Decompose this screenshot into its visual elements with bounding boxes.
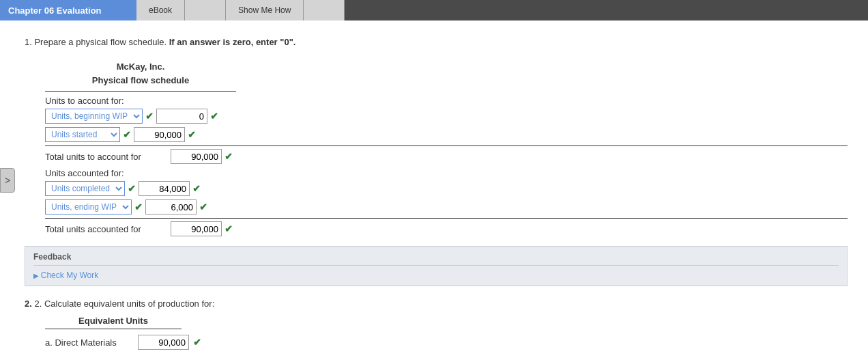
- dropdown-units-completed[interactable]: Units completed: [45, 181, 125, 196]
- dropdown-ending-wip[interactable]: Units, ending WIP: [45, 199, 132, 214]
- dropdown-units-started[interactable]: Units started: [45, 127, 120, 142]
- row-total-accounted: Total units accounted for ✔: [45, 218, 848, 236]
- tab-show-me-how[interactable]: Show Me How: [226, 0, 304, 20]
- section2: 2. 2. Calculate equivalent units of prod…: [25, 299, 848, 350]
- feedback-box: Feedback Check My Work: [25, 246, 848, 286]
- check-total-accounted: ✔: [225, 223, 233, 234]
- equiv-title: Equivalent Units: [45, 316, 182, 329]
- section-units-to-account: Units to account for:: [45, 96, 848, 106]
- input-direct-materials[interactable]: [138, 335, 189, 350]
- dropdown-beginning-wip[interactable]: Units, beginning WIP: [45, 109, 143, 124]
- input-units-completed[interactable]: [139, 181, 190, 196]
- row-direct-materials: a. Direct Materials ✔: [45, 335, 848, 350]
- top-bar: Chapter 06 Evaluation eBook Show Me How: [0, 0, 868, 20]
- check-my-work-link[interactable]: Check My Work: [33, 271, 98, 280]
- tab-empty-2[interactable]: [304, 0, 345, 20]
- check-value-units-started: ✔: [188, 129, 196, 140]
- row-total-to-account: Total units to account for ✔: [45, 146, 848, 164]
- input-total-accounted[interactable]: [171, 221, 222, 236]
- input-total-to-account[interactable]: [171, 149, 222, 164]
- row-units-completed: Units completed ✔ ✔: [45, 181, 848, 196]
- check-value-beginning-wip: ✔: [210, 111, 218, 122]
- schedule-title: McKay, Inc. Physical flow schedule: [45, 60, 236, 92]
- input-units-started[interactable]: [134, 127, 185, 142]
- input-beginning-wip[interactable]: [156, 109, 207, 124]
- check-dropdown-ending-wip: ✔: [134, 202, 143, 212]
- check-value-ending-wip: ✔: [199, 202, 207, 212]
- check-dropdown-units-started: ✔: [123, 129, 131, 140]
- check-dropdown-beginning-wip: ✔: [145, 111, 154, 122]
- nav-arrow-button[interactable]: >: [0, 168, 15, 193]
- row-beginning-wip: Units, beginning WIP ✔ ✔: [45, 109, 848, 124]
- question1-instruction: 1. Prepare a physical flow schedule. If …: [25, 36, 848, 49]
- check-direct-materials: ✔: [193, 337, 201, 348]
- section-units-accounted: Units accounted for:: [45, 168, 848, 178]
- main-content: 1. Prepare a physical flow schedule. If …: [0, 20, 868, 360]
- input-ending-wip[interactable]: [145, 199, 197, 214]
- check-total-to-account: ✔: [225, 151, 233, 162]
- row-units-started: Units started ✔ ✔: [45, 127, 848, 142]
- question2-instruction: 2. 2. Calculate equivalent units of prod…: [25, 299, 848, 309]
- schedule-container: McKay, Inc. Physical flow schedule Units…: [45, 60, 848, 237]
- feedback-label: Feedback: [33, 252, 839, 266]
- check-dropdown-units-completed: ✔: [128, 183, 136, 194]
- tab-ebook[interactable]: eBook: [136, 0, 185, 20]
- check-value-units-completed: ✔: [192, 183, 201, 194]
- chapter-title: Chapter 06 Evaluation: [0, 0, 136, 20]
- tab-empty-1[interactable]: [185, 0, 226, 20]
- row-ending-wip: Units, ending WIP ✔ ✔: [45, 199, 848, 214]
